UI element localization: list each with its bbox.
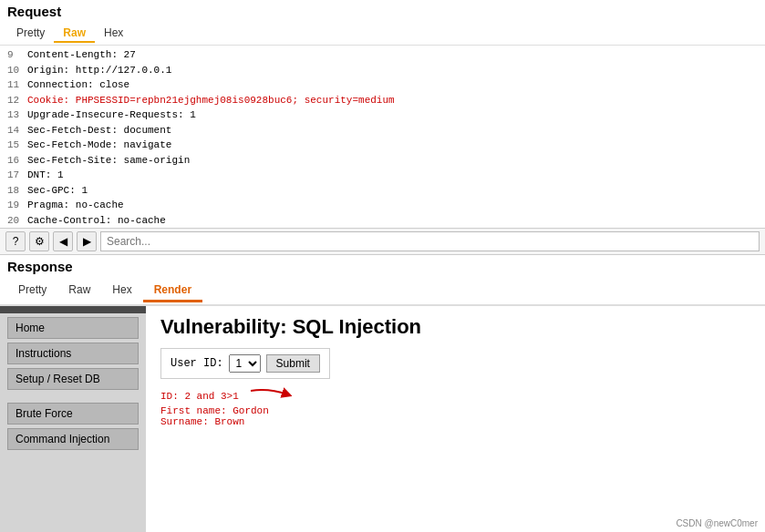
code-line: 12 Cookie: PHPSESSID=repbn21ejghmej08is0… — [7, 93, 758, 108]
search-input[interactable] — [100, 231, 760, 251]
result-surname: Surname: Brown — [160, 416, 750, 427]
tab-response-render[interactable]: Render — [143, 280, 202, 302]
result-row-1: ID: 2 and 3>1 — [160, 386, 750, 405]
user-id-form: User ID: 1 2 3 Submit — [160, 348, 330, 379]
code-line: 14 Sec-Fetch-Dest: document — [7, 123, 758, 138]
code-line: 11 Connection: close — [7, 77, 758, 93]
toolbar: ? ⚙ ◀ ▶ — [0, 228, 765, 255]
tab-raw[interactable]: Raw — [54, 25, 95, 43]
code-line: 15 Sec-Fetch-Mode: navigate — [7, 138, 758, 153]
tab-response-hex[interactable]: Hex — [101, 280, 142, 302]
code-line: 9 Content-Length: 27 — [7, 47, 758, 63]
request-tabs: Pretty Raw Hex — [0, 23, 765, 46]
code-line: 19 Pragma: no-cache — [7, 198, 758, 213]
sidebar-item-instructions[interactable]: Instructions — [7, 343, 139, 364]
tab-response-pretty[interactable]: Pretty — [7, 280, 57, 302]
code-line: 10 Origin: http://127.0.0.1 — [7, 63, 758, 78]
tab-pretty[interactable]: Pretty — [7, 25, 54, 43]
settings-button[interactable]: ⚙ — [29, 231, 49, 251]
response-section: Response Pretty Raw Hex Render Home Inst… — [0, 255, 765, 532]
dvwa-content: Vulnerability: SQL Injection User ID: 1 … — [146, 306, 765, 532]
request-title: Request — [0, 0, 765, 23]
code-line: 18 Sec-GPC: 1 — [7, 183, 758, 199]
render-pane: Home Instructions Setup / Reset DB Brute… — [0, 306, 765, 532]
code-line: 17 DNT: 1 — [7, 168, 758, 183]
request-section: Request Pretty Raw Hex 9 Content-Length:… — [0, 0, 765, 228]
result-firstname: First name: Gordon — [160, 405, 750, 416]
code-line: 13 Upgrade-Insecure-Requests: 1 — [7, 107, 758, 123]
result-id: ID: 2 and 3>1 — [160, 391, 239, 402]
user-id-label: User ID: — [171, 357, 223, 370]
sidebar-item-setup[interactable]: Setup / Reset DB — [7, 368, 139, 390]
back-button[interactable]: ◀ — [53, 231, 73, 251]
result-area: ID: 2 and 3>1 First name: Gordon — [160, 386, 750, 427]
sidebar-item-home[interactable]: Home — [7, 317, 139, 339]
tab-response-raw[interactable]: Raw — [57, 280, 101, 302]
response-title: Response — [0, 255, 765, 278]
result-arrow-icon — [246, 386, 292, 405]
submit-button[interactable]: Submit — [266, 354, 320, 373]
dvwa-sidebar: Home Instructions Setup / Reset DB Brute… — [0, 306, 146, 532]
help-button[interactable]: ? — [5, 231, 26, 251]
sidebar-item-brute-force[interactable]: Brute Force — [7, 403, 139, 425]
forward-button[interactable]: ▶ — [77, 231, 97, 251]
user-id-select[interactable]: 1 2 3 — [229, 354, 261, 373]
response-tabs: Pretty Raw Hex Render — [0, 278, 765, 306]
vuln-title: Vulnerability: SQL Injection — [160, 315, 750, 339]
dvwa-top-bar — [0, 306, 146, 313]
request-code: 9 Content-Length: 2710 Origin: http://12… — [0, 46, 765, 228]
watermark: CSDN @newC0mer — [676, 518, 758, 528]
code-line: 16 Sec-Fetch-Site: same-origin — [7, 153, 758, 169]
sidebar-item-command-injection[interactable]: Command Injection — [7, 428, 139, 450]
code-line: 20 Cache-Control: no-cache — [7, 213, 758, 229]
tab-hex[interactable]: Hex — [95, 25, 132, 43]
